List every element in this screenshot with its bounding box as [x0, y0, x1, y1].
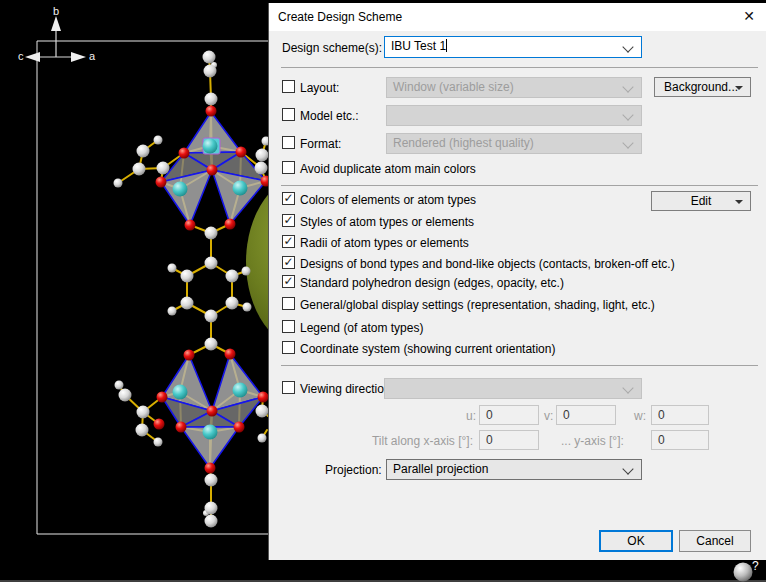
atom-C[interactable] — [205, 227, 218, 240]
option-checkbox[interactable]: ✓ — [282, 214, 295, 227]
atom-C[interactable] — [205, 310, 218, 323]
atom-C[interactable] — [205, 338, 218, 351]
format-combobox[interactable]: Rendered (highest quality) — [386, 133, 642, 154]
atom-O[interactable] — [176, 422, 187, 433]
cancel-button[interactable]: Cancel — [679, 530, 751, 552]
atom-O[interactable] — [206, 106, 217, 117]
viewing-direction-checkbox[interactable] — [282, 381, 295, 394]
tilt-x-field[interactable]: 0 — [479, 430, 539, 450]
atom-C[interactable] — [137, 145, 150, 158]
background-button[interactable]: Background... — [654, 77, 751, 97]
atom-C[interactable] — [181, 270, 194, 283]
atom-B[interactable] — [233, 383, 248, 398]
axis-label-c: c — [18, 50, 24, 62]
option-checkbox[interactable] — [282, 320, 295, 333]
projection-combobox[interactable]: Parallel projection — [386, 459, 642, 480]
atom-O[interactable] — [258, 392, 269, 403]
atom-B[interactable] — [203, 425, 218, 440]
atom-C[interactable] — [137, 406, 150, 419]
atom-C[interactable] — [226, 270, 239, 283]
atom-C[interactable] — [226, 297, 239, 310]
dialog-titlebar: Create Design Scheme ✕ — [269, 3, 766, 31]
atom-H[interactable] — [115, 381, 124, 390]
atom-O[interactable] — [157, 392, 168, 403]
format-value: Rendered (highest quality) — [393, 136, 534, 150]
atom-C[interactable] — [205, 93, 218, 106]
option-checkbox[interactable]: ✓ — [282, 235, 295, 248]
option-checkbox[interactable] — [282, 341, 295, 354]
layout-checkbox[interactable] — [282, 80, 295, 93]
atom-C[interactable] — [133, 163, 146, 176]
atom-C[interactable] — [204, 65, 217, 78]
atom-O[interactable] — [236, 147, 247, 158]
atom-H[interactable] — [168, 307, 177, 316]
atom-H[interactable] — [243, 303, 252, 312]
atom-O[interactable] — [185, 220, 196, 231]
projection-label: Projection: — [325, 463, 382, 477]
design-scheme-label: Design scheme(s): — [282, 41, 382, 55]
atom-B[interactable] — [173, 385, 188, 400]
design-scheme-combobox[interactable]: IBU Test 1 — [384, 36, 642, 58]
model-combobox[interactable] — [386, 105, 642, 126]
option-checkbox[interactable]: ✓ — [282, 256, 295, 269]
atom-C[interactable] — [205, 502, 218, 515]
atom-C[interactable] — [136, 424, 149, 437]
atom-C[interactable] — [119, 389, 132, 402]
atom-O[interactable] — [225, 349, 236, 360]
atom-C[interactable] — [181, 297, 194, 310]
layout-combobox[interactable]: Window (variable size) — [386, 77, 642, 98]
atom-H[interactable] — [114, 179, 123, 188]
atom-O[interactable] — [154, 419, 165, 430]
atom-O[interactable] — [225, 219, 236, 230]
atom-O[interactable] — [234, 422, 245, 433]
background-button-label: Background... — [664, 80, 738, 94]
edit-button[interactable]: Edit — [651, 191, 751, 211]
atom-C[interactable] — [205, 257, 218, 270]
design-scheme-value: IBU Test 1 — [391, 39, 446, 53]
help-question-glyph: ? — [752, 559, 759, 573]
atom-H[interactable] — [168, 264, 177, 273]
w-label: w: — [634, 409, 646, 423]
v-field[interactable]: 0 — [556, 405, 616, 425]
atom-C[interactable] — [157, 162, 170, 175]
option-checkbox[interactable]: ✓ — [282, 192, 295, 205]
atom-C[interactable] — [205, 515, 218, 528]
atom-H[interactable] — [154, 438, 163, 447]
format-checkbox[interactable] — [282, 136, 295, 149]
option-label: Coordinate system (showing current orien… — [300, 342, 555, 356]
option-checkbox[interactable]: ✓ — [282, 275, 295, 288]
atom-H[interactable] — [154, 136, 163, 145]
atom-B[interactable] — [233, 181, 248, 196]
option-checkbox[interactable] — [282, 297, 295, 310]
atom-O[interactable] — [179, 148, 190, 159]
atom-C[interactable] — [256, 405, 269, 418]
edit-button-label: Edit — [691, 194, 712, 208]
tilt-y-field[interactable]: 0 — [651, 430, 709, 450]
atom-C[interactable] — [256, 149, 269, 162]
atom-C[interactable] — [205, 474, 218, 487]
atom-O[interactable] — [207, 406, 218, 417]
atom-C[interactable] — [255, 162, 268, 175]
avoid-duplicate-checkbox[interactable] — [282, 161, 295, 174]
atom-B[interactable] — [203, 139, 218, 154]
atom-H[interactable] — [242, 267, 251, 276]
model-checkbox[interactable] — [282, 108, 295, 121]
viewing-direction-combobox[interactable] — [384, 378, 642, 399]
u-field[interactable]: 0 — [479, 405, 539, 425]
atom-O[interactable] — [156, 177, 167, 188]
atom-C[interactable] — [203, 51, 216, 64]
ok-button[interactable]: OK — [599, 530, 673, 552]
sphere-icon[interactable] — [734, 563, 753, 582]
close-icon[interactable]: ✕ — [743, 8, 755, 24]
atom-O[interactable] — [184, 350, 195, 361]
atom-O[interactable] — [205, 463, 216, 474]
axis-label-a: a — [89, 50, 96, 62]
atom-B[interactable] — [173, 182, 188, 197]
projection-value: Parallel projection — [393, 462, 488, 476]
chevron-down-icon — [622, 41, 633, 52]
w-field[interactable]: 0 — [651, 405, 709, 425]
format-label: Format: — [300, 137, 341, 151]
atom-H[interactable] — [258, 434, 267, 443]
option-label: Styles of atom types or elements — [300, 215, 474, 229]
atom-O[interactable] — [207, 165, 218, 176]
